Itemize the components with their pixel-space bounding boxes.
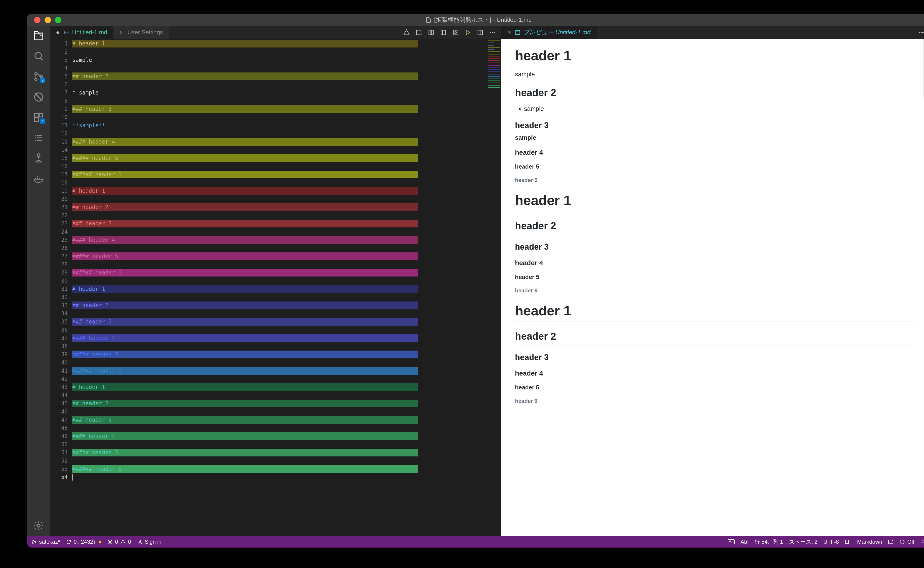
search-icon[interactable] — [32, 50, 45, 62]
markdown-preview[interactable]: header 1sampleheader 2sampleheader 3samp… — [501, 39, 924, 536]
sync-status[interactable]: 0↓ 2432↑ ● — [66, 539, 101, 545]
code-line[interactable]: **sample** — [72, 121, 488, 130]
code-line[interactable]: ##### header 5 — [72, 350, 488, 358]
minimize-window-button[interactable] — [45, 17, 51, 23]
source-control-icon[interactable]: 3 — [32, 70, 45, 83]
code-line[interactable] — [72, 277, 488, 285]
code-line[interactable]: sample — [72, 56, 488, 64]
code-line[interactable] — [72, 130, 488, 138]
close-tab-icon[interactable]: × — [507, 29, 511, 36]
code-line[interactable]: ## header 2 — [72, 301, 488, 310]
explorer-icon[interactable] — [32, 29, 45, 42]
code-line[interactable]: # header 1 — [72, 383, 488, 391]
signin-status[interactable]: Sign in — [137, 539, 161, 545]
code-line[interactable] — [72, 408, 488, 416]
code-line[interactable]: #### header 4 — [72, 334, 488, 342]
code-area[interactable]: # header 1sample## header 2* sample### h… — [70, 39, 488, 536]
code-line[interactable]: ## header 2 — [72, 399, 488, 408]
more-actions-icon[interactable] — [918, 29, 924, 36]
code-line[interactable] — [72, 244, 488, 252]
dirty-dot-icon: ● — [56, 29, 60, 36]
code-line[interactable]: ## header 2 — [72, 72, 488, 80]
diff-icon[interactable] — [427, 29, 435, 36]
code-line[interactable] — [72, 260, 488, 269]
toggle-sidebar-icon[interactable] — [440, 29, 447, 36]
code-line[interactable]: # header 1 — [72, 187, 488, 195]
code-line[interactable]: ###### header 6 — [72, 367, 488, 375]
close-window-button[interactable] — [34, 17, 41, 23]
more-actions-icon[interactable] — [489, 29, 496, 36]
code-line[interactable] — [72, 178, 488, 187]
code-line[interactable] — [72, 342, 488, 350]
code-line[interactable]: ###### header 6 — [72, 269, 488, 277]
code-line[interactable] — [72, 310, 488, 318]
editor-body[interactable]: 1234567891011121314151617181920212223242… — [50, 39, 501, 536]
eol-status[interactable]: LF — [845, 539, 851, 545]
code-line[interactable]: ##### header 5 — [72, 154, 488, 162]
code-line[interactable] — [72, 146, 488, 154]
code-line[interactable]: # header 1 — [72, 285, 488, 293]
code-line[interactable]: # header 1 — [72, 39, 488, 48]
code-line[interactable] — [72, 64, 488, 72]
code-line[interactable] — [72, 326, 488, 334]
minimap[interactable] — [488, 39, 501, 536]
code-line[interactable] — [72, 195, 488, 203]
code-line[interactable]: ## header 2 — [72, 203, 488, 211]
code-line[interactable] — [72, 375, 488, 383]
tab-untitled-md[interactable]: ● Untitled-1.md — [50, 26, 114, 39]
code-line[interactable] — [72, 473, 488, 481]
code-line[interactable] — [72, 358, 488, 367]
code-line[interactable] — [72, 228, 488, 236]
code-line[interactable] — [72, 211, 488, 219]
code-line[interactable] — [72, 440, 488, 449]
tab-user-settings[interactable]: User Settings — [114, 26, 169, 39]
preview-icon[interactable] — [452, 29, 459, 36]
code-line[interactable]: ### header 3 — [72, 318, 488, 326]
code-line[interactable]: ### header 3 — [72, 416, 488, 424]
code-line[interactable]: ###### header 6 — [72, 465, 488, 473]
code-line[interactable]: * sample — [72, 89, 488, 97]
svg-point-3 — [35, 78, 37, 80]
feedback-icon[interactable] — [888, 539, 894, 545]
tab-preview[interactable]: × プレビュー Untitled-1.md — [501, 26, 597, 39]
split-editor-icon[interactable] — [477, 29, 484, 36]
code-line[interactable]: ##### header 5 — [72, 449, 488, 457]
code-line[interactable]: ###### header 6 — [72, 171, 488, 178]
git-branch-status[interactable]: satokaz* — [31, 539, 60, 545]
code-line[interactable] — [72, 457, 488, 465]
code-line[interactable]: ### header 3 — [72, 219, 488, 228]
code-line[interactable] — [72, 293, 488, 301]
todo-icon[interactable] — [32, 131, 45, 144]
toggle-word-wrap-icon[interactable] — [415, 29, 423, 36]
notifications-icon[interactable] — [920, 539, 924, 545]
problems-status[interactable]: 0 0 — [107, 539, 131, 545]
liveshare-status[interactable]: Off — [900, 539, 915, 545]
code-line[interactable]: #### header 4 — [72, 236, 488, 244]
debug-icon[interactable] — [32, 91, 45, 103]
code-line[interactable]: #### header 4 — [72, 432, 488, 440]
code-line[interactable] — [72, 391, 488, 399]
code-line[interactable] — [72, 162, 488, 171]
indentation-status[interactable]: スペース: 2 — [789, 538, 818, 545]
code-line[interactable] — [72, 424, 488, 432]
cursor-position-status[interactable]: 行 54、列 1 — [754, 538, 783, 545]
code-line[interactable] — [72, 113, 488, 121]
docker-icon[interactable] — [32, 172, 45, 185]
tree-icon[interactable] — [32, 152, 45, 165]
language-status[interactable]: Markdown — [857, 539, 882, 545]
code-line[interactable] — [72, 48, 488, 56]
extensions-icon[interactable]: 4 — [32, 111, 45, 124]
code-line[interactable] — [72, 97, 488, 105]
code-line[interactable]: ##### header 5 — [72, 252, 488, 260]
color-picker-icon[interactable] — [403, 29, 410, 36]
code-line[interactable]: ### header 3 — [72, 105, 488, 113]
code-line[interactable] — [72, 80, 488, 89]
open-preview-side-icon[interactable] — [464, 29, 471, 36]
encoding-status[interactable]: UTF-8 — [824, 539, 839, 545]
settings-gear-icon[interactable] — [32, 520, 45, 532]
maximize-window-button[interactable] — [55, 17, 61, 23]
svg-rect-7 — [35, 113, 38, 117]
ab-status[interactable]: Ab| — [741, 539, 749, 545]
code-line[interactable]: #### header 4 — [72, 138, 488, 146]
case-status[interactable]: Aa — [728, 539, 735, 544]
